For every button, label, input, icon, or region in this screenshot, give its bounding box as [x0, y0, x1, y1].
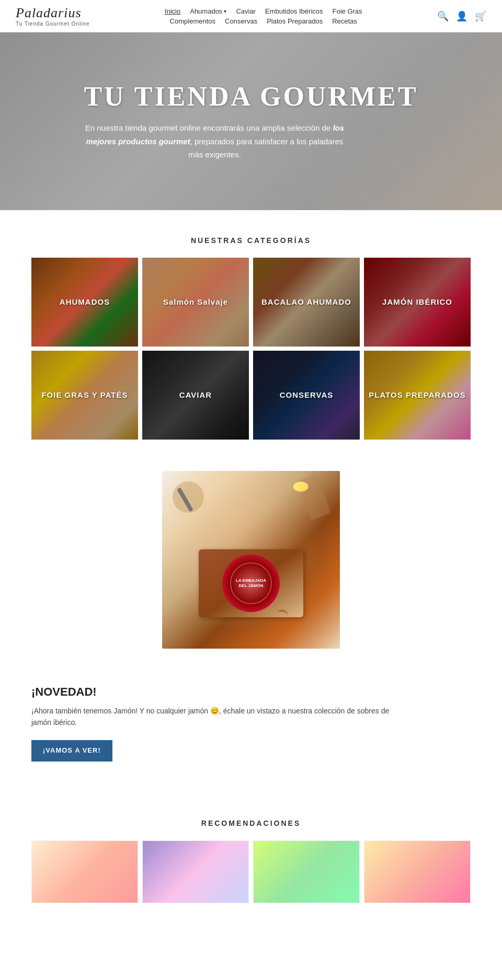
category-overlay-foie: FOIE GRAS Y PATÉS: [31, 351, 138, 440]
hero-section: TU TIENDA GOURMET En nuestra tienda gour…: [0, 32, 502, 210]
category-overlay-ahumados: AHUMADOS: [31, 258, 138, 347]
nav-embutidos[interactable]: Embutidos Ibéricos: [265, 7, 323, 15]
hero-subtitle-plain: En nuestra tienda gourmet online encontr…: [85, 123, 333, 132]
category-overlay-bacalao: BACALAO AHUMADO: [253, 258, 360, 347]
nav-complementos[interactable]: Complementos: [170, 17, 215, 25]
category-card-conservas[interactable]: CONSERVAS: [253, 351, 360, 440]
novedad-section: ¡NOVEDAD! ¡Ahora también tenemos Jamón! …: [0, 670, 502, 782]
nav-row-1: Inicio Ahumados ▾ Caviar Embutidos Ibéri…: [165, 7, 362, 15]
category-overlay-jamon: JAMÓN IBÉRICO: [364, 258, 471, 347]
categories-grid: AHUMADOS Salmón Salvaje BACALAO AHUMADO …: [0, 258, 502, 440]
category-card-jamon[interactable]: JAMÓN IBÉRICO: [364, 258, 471, 347]
nav-foie-gras[interactable]: Foie Gras: [333, 7, 362, 15]
dropdown-arrow-icon: ▾: [224, 8, 226, 14]
cart-icon[interactable]: 🛒: [475, 10, 486, 22]
header: Paladarius Tu Tienda Gourmet Online Inic…: [0, 0, 502, 32]
main-nav: Inicio Ahumados ▾ Caviar Embutidos Ibéri…: [165, 7, 362, 25]
categories-section: NUESTRAS CATEGORÍAS AHUMADOS Salmón Salv…: [0, 236, 502, 440]
featured-brand-label: LA EMBAJADA DEL JAMÓN: [231, 576, 271, 590]
header-icons: 🔍 👤 🛒: [437, 10, 486, 22]
category-card-foie[interactable]: FOIE GRAS Y PATÉS: [31, 351, 138, 440]
rec-card-2[interactable]: [142, 840, 249, 903]
novedad-cta-button[interactable]: ¡VAMOS A VER!: [31, 740, 112, 762]
categories-title: NUESTRAS CATEGORÍAS: [0, 236, 502, 245]
rec-card-1[interactable]: [31, 840, 138, 903]
logo-area[interactable]: Paladarius Tu Tienda Gourmet Online: [16, 5, 89, 27]
recomendaciones-grid: [0, 840, 502, 903]
category-overlay-caviar: CAVIAR: [142, 351, 249, 440]
nav-inicio[interactable]: Inicio: [165, 7, 180, 15]
hero-content: TU TIENDA GOURMET En nuestra tienda gour…: [84, 81, 418, 162]
category-card-bacalao[interactable]: BACALAO AHUMADO: [253, 258, 360, 347]
search-icon[interactable]: 🔍: [437, 10, 449, 22]
hero-subtitle: En nuestra tienda gourmet online encontr…: [84, 121, 345, 162]
hero-subtitle-end: , preparados para satisfacer a los palad…: [188, 137, 343, 159]
category-label-conservas: CONSERVAS: [277, 387, 337, 403]
featured-section: LA EMBAJADA DEL JAMÓN: [0, 471, 502, 649]
featured-image[interactable]: LA EMBAJADA DEL JAMÓN: [162, 471, 340, 649]
novedad-title: ¡NOVEDAD!: [31, 685, 471, 699]
hero-title: TU TIENDA GOURMET: [84, 81, 418, 112]
recomendaciones-title: RECOMENDACIONES: [0, 819, 502, 827]
nav-conservas[interactable]: Conservas: [225, 17, 257, 25]
nav-ahumados-dropdown[interactable]: Ahumados ▾: [190, 7, 226, 15]
category-label-bacalao: BACALAO AHUMADO: [258, 294, 355, 310]
logo: Paladarius: [16, 5, 82, 21]
category-card-caviar[interactable]: CAVIAR: [142, 351, 249, 440]
category-overlay-platos: PLATOS PREPARADOS: [364, 351, 471, 440]
nav-platos-preparados[interactable]: Platos Preparados: [267, 17, 323, 25]
category-label-salmon: Salmón Salvaje: [160, 294, 231, 310]
nav-ahumados-label: Ahumados: [190, 7, 222, 15]
category-label-foie: FOIE GRAS Y PATÉS: [38, 387, 131, 403]
login-icon[interactable]: 👤: [456, 10, 467, 22]
rec-card-3[interactable]: [253, 840, 360, 903]
category-card-platos[interactable]: PLATOS PREPARADOS: [364, 351, 471, 440]
category-label-caviar: CAVIAR: [176, 387, 215, 403]
category-label-ahumados: AHUMADOS: [56, 294, 113, 310]
novedad-text: ¡Ahora también tenemos Jamón! Y no cualq…: [31, 705, 397, 729]
nav-row-2: Complementos Conservas Platos Preparados…: [170, 17, 357, 25]
category-card-salmon[interactable]: Salmón Salvaje: [142, 258, 249, 347]
category-card-ahumados[interactable]: AHUMADOS: [31, 258, 138, 347]
category-overlay-conservas: CONSERVAS: [253, 351, 360, 440]
category-label-platos: PLATOS PREPARADOS: [366, 387, 469, 403]
logo-subtitle: Tu Tienda Gourmet Online: [16, 21, 89, 27]
category-overlay-salmon: Salmón Salvaje: [142, 258, 249, 347]
rec-card-4[interactable]: [364, 840, 471, 903]
nav-recetas[interactable]: Recetas: [332, 17, 357, 25]
recomendaciones-section: RECOMENDACIONES: [0, 782, 502, 919]
category-label-jamon: JAMÓN IBÉRICO: [379, 294, 455, 310]
nav-caviar[interactable]: Caviar: [236, 7, 256, 15]
